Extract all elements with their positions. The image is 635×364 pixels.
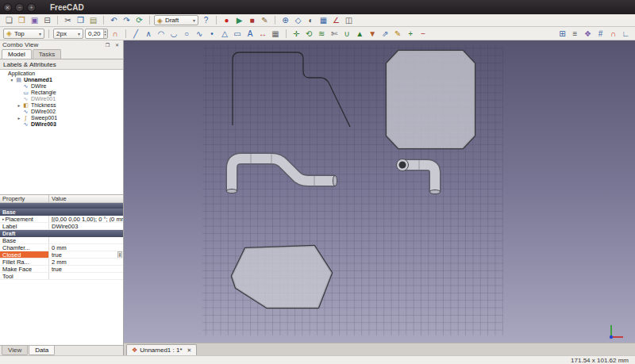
maximize-button[interactable]: +	[27, 3, 36, 12]
workbench-selector[interactable]: ◈ Draft ▾	[154, 15, 198, 25]
prop-expander-icon[interactable]: ▸	[2, 216, 5, 221]
draft-rectangle-icon[interactable]: ▭	[232, 29, 244, 39]
tube-opening	[399, 162, 406, 169]
draft-arc-3points-icon[interactable]: ◡	[168, 29, 180, 39]
draft-line-icon[interactable]: ╱	[130, 29, 142, 39]
print-icon[interactable]: ⊟	[41, 15, 53, 25]
rotate-icon[interactable]: ⟲	[303, 29, 315, 39]
model-tree[interactable]: Application▾▤Unnamed1∿DWire▭Rectangle∿DW…	[0, 70, 123, 194]
tab-tasks[interactable]: Tasks	[33, 49, 61, 59]
upgrade-icon[interactable]: ▲	[354, 29, 366, 39]
texture-view-icon[interactable]: ▦	[318, 15, 329, 25]
join-icon[interactable]: ∪	[341, 29, 353, 39]
working-plane-selector[interactable]: ◈ Top ▾	[3, 29, 44, 39]
tree-expander-icon[interactable]: ▾	[9, 77, 15, 83]
draft-circle-icon[interactable]: ○	[181, 29, 193, 39]
tree-expander-icon[interactable]: ▸	[16, 115, 22, 121]
tree-item-dwire002[interactable]: ∿DWire002	[0, 109, 123, 115]
minimize-button[interactable]: −	[15, 3, 24, 12]
tree-item-application[interactable]: Application	[0, 71, 123, 77]
dwire-icon: ∿	[22, 83, 29, 90]
offset-icon[interactable]: ≋	[316, 29, 328, 39]
close-panel-icon[interactable]: ✕	[114, 42, 121, 48]
close-document-icon[interactable]: ✕	[187, 347, 192, 354]
redo-icon[interactable]: ↷	[121, 15, 133, 25]
prop-fillet-ra[interactable]: Fillet Ra...2 mm	[0, 259, 123, 266]
prop-base[interactable]: Base	[0, 237, 123, 244]
whatsthis-icon[interactable]: ?	[200, 15, 212, 25]
tree-expander-icon[interactable]: ▸	[16, 102, 22, 109]
working-plane-icon[interactable]: ⊞	[556, 29, 568, 39]
close-button[interactable]: ✕	[3, 3, 12, 12]
tree-item-dwire001[interactable]: ∿DWire001	[0, 96, 123, 102]
tab-data[interactable]: Data	[29, 346, 55, 355]
value-stepper-icon[interactable]: ▴▾	[117, 251, 122, 258]
add-point-icon[interactable]: +	[405, 29, 417, 39]
prop-label[interactable]: LabelDWire003	[0, 223, 123, 230]
prop-chamfer[interactable]: Chamfer...0 mm	[0, 244, 123, 251]
draft-arc-icon[interactable]: ◠	[156, 29, 167, 39]
tree-item-unnamed1[interactable]: ▾▤Unnamed1	[0, 77, 123, 83]
prop-tool[interactable]: Tool	[0, 273, 123, 280]
line-width-selector[interactable]: 2px ▾	[53, 29, 83, 39]
toolbar-separator	[216, 16, 217, 25]
scale-icon[interactable]: ⇗	[379, 29, 391, 39]
unnamed1-icon: ▤	[15, 77, 22, 83]
clip-plane-icon[interactable]: ◫	[343, 15, 355, 25]
copy-icon[interactable]: ❐	[75, 15, 87, 25]
draft-bspline-icon[interactable]: ∿	[194, 29, 206, 39]
property-editor[interactable]: Base▸Placement[(0,00 0,00 1,00); 0 °; (0…	[0, 203, 123, 345]
prop-placement[interactable]: ▸Placement[(0,00 0,00 1,00); 0 °; (0 mm …	[0, 216, 123, 223]
tree-item-thickness[interactable]: ▸◧Thickness	[0, 102, 123, 109]
tree-item-rectangle[interactable]: ▭Rectangle	[0, 90, 123, 96]
text-size-spinbox[interactable]: 0,20 ▴▾	[85, 29, 108, 39]
snap-lock-icon[interactable]: ∩	[110, 29, 121, 39]
float-panel-icon[interactable]: ❐	[104, 42, 111, 48]
macro-edit-icon[interactable]: ✎	[259, 15, 271, 25]
snap-toggle-icon[interactable]: ∩	[607, 29, 619, 39]
tree-item-sweep001[interactable]: ▸∫Sweep001	[0, 115, 123, 121]
draft-facebinder-icon[interactable]: ▦	[270, 29, 282, 39]
document-tab[interactable]: ❖ Unnamed1 : 1* ✕	[126, 344, 197, 355]
spinbox-arrows-icon[interactable]: ▴▾	[103, 29, 107, 38]
draft-polyline-icon[interactable]: ∧	[143, 29, 155, 39]
draft-text-icon[interactable]: A	[244, 29, 256, 39]
draft-polygon-icon[interactable]: △	[219, 29, 231, 39]
save-icon[interactable]: ▣	[29, 15, 40, 25]
edit-icon[interactable]: ✎	[392, 29, 404, 39]
draft-point-icon[interactable]: •	[206, 29, 218, 39]
tree-item-dwire003[interactable]: ∿DWire003	[0, 121, 123, 128]
titlebar: ✕ − + FreeCAD	[0, 0, 635, 14]
move-icon[interactable]: ✛	[291, 29, 302, 39]
paste-icon[interactable]: ▤	[87, 15, 99, 25]
rounded-rectangle-face[interactable]	[387, 51, 475, 148]
draft-dimension-icon[interactable]: ↔	[257, 29, 269, 39]
trimex-icon[interactable]: ✄	[329, 29, 341, 39]
refresh-icon[interactable]: ⟳	[133, 15, 145, 25]
downgrade-icon[interactable]: ▼	[367, 29, 379, 39]
macro-record-icon[interactable]: ●	[221, 15, 233, 25]
measure-icon[interactable]: ∠	[330, 15, 342, 25]
undo-icon[interactable]: ↶	[108, 15, 120, 25]
tab-view[interactable]: View	[2, 346, 28, 355]
draw-style-icon[interactable]: ◐	[305, 15, 317, 25]
property-column-header: Property	[0, 195, 49, 202]
layers-icon[interactable]: ≡	[569, 29, 581, 39]
new-file-icon[interactable]: ❏	[3, 15, 15, 25]
delete-point-icon[interactable]: −	[418, 29, 429, 39]
annotation-style-icon[interactable]: ❖	[582, 29, 594, 39]
macro-execute-icon[interactable]: ▶	[233, 15, 245, 25]
fit-all-icon[interactable]: ⊕	[279, 15, 291, 25]
prop-make-face[interactable]: Make Facetrue	[0, 266, 123, 273]
tree-item-label: DWire003	[31, 121, 56, 128]
grid-toggle-icon[interactable]: #	[595, 29, 606, 39]
tab-model[interactable]: Model	[2, 49, 32, 59]
ortho-icon[interactable]: ∟	[620, 29, 632, 39]
open-file-icon[interactable]: ❒	[16, 15, 28, 25]
macro-stop-icon[interactable]: ■	[246, 15, 258, 25]
cut-icon[interactable]: ✂	[62, 15, 74, 25]
3d-viewport[interactable]	[124, 40, 635, 343]
prop-closed[interactable]: Closedtrue▴▾	[0, 251, 123, 259]
std-view-icon[interactable]: ◇	[292, 15, 304, 25]
tree-item-dwire[interactable]: ∿DWire	[0, 83, 123, 90]
